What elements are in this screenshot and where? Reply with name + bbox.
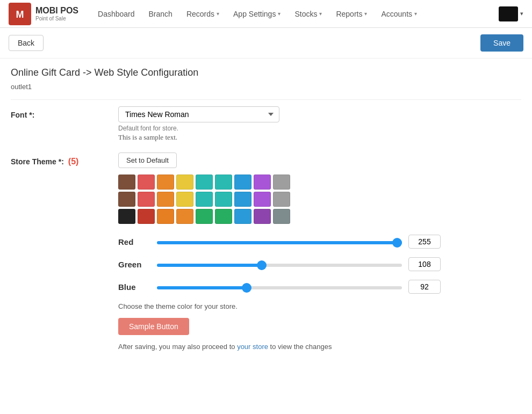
svg-text:M: M (16, 9, 24, 20)
color-swatch-24[interactable] (234, 209, 251, 224)
page-title: Online Gift Card -> Web Style Configurat… (11, 67, 521, 78)
blue-slider[interactable] (157, 286, 402, 289)
blue-value[interactable] (408, 280, 441, 294)
theme-count: (5) (68, 157, 79, 166)
nav-item-dashboard[interactable]: Dashboard (91, 5, 141, 23)
after-save-text: After saving, you may also proceed to yo… (118, 343, 441, 351)
color-swatch-1[interactable] (138, 175, 155, 190)
sample-button[interactable]: Sample Button (118, 318, 189, 335)
blue-slider-section: Blue (118, 280, 441, 294)
color-swatch-25[interactable] (254, 209, 271, 224)
color-swatch-15[interactable] (234, 192, 251, 207)
color-swatch-14[interactable] (215, 192, 232, 207)
save-button[interactable]: Save (480, 34, 523, 52)
color-swatch-26[interactable] (273, 209, 290, 224)
green-slider[interactable] (157, 264, 402, 267)
color-swatch-16[interactable] (254, 192, 271, 207)
color-swatch-9[interactable] (118, 192, 135, 207)
brand: M MOBI POS Point of Sale (9, 3, 78, 25)
color-swatch-2[interactable] (157, 175, 174, 190)
color-swatch-8[interactable] (273, 175, 290, 190)
green-slider-section: Green (118, 257, 441, 271)
nav-item-app-settings[interactable]: App Settings ▾ (227, 5, 287, 23)
nav-item-reports[interactable]: Reports ▾ (329, 5, 373, 23)
nav-item-stocks[interactable]: Stocks ▾ (288, 5, 328, 23)
color-swatch-10[interactable] (138, 192, 155, 207)
user-dropdown-caret[interactable]: ▾ (520, 10, 523, 17)
font-row: Font *: Times New Roman Arial Helvetica … (11, 106, 521, 142)
color-swatch-23[interactable] (215, 209, 232, 224)
color-swatch-grid (118, 175, 441, 224)
outlet-name: outlet1 (11, 83, 521, 91)
color-swatch-13[interactable] (196, 192, 213, 207)
color-swatch-20[interactable] (157, 209, 174, 224)
red-value[interactable] (408, 235, 441, 249)
nav-item-records[interactable]: Records ▾ (180, 5, 226, 23)
color-swatch-7[interactable] (254, 175, 271, 190)
brand-name: MOBI POS (35, 5, 78, 16)
color-swatch-19[interactable] (138, 209, 155, 224)
your-store-link[interactable]: your store (237, 343, 268, 351)
color-swatch-3[interactable] (176, 175, 193, 190)
set-to-default-button[interactable]: Set to Default (118, 152, 177, 168)
color-swatch-0[interactable] (118, 175, 135, 190)
font-control-wrap: Times New Roman Arial Helvetica Georgia … (118, 106, 441, 142)
brand-subtitle: Point of Sale (35, 16, 78, 22)
font-label: Font *: (11, 106, 118, 119)
color-swatch-6[interactable] (234, 175, 251, 190)
red-label: Red (118, 237, 150, 246)
color-swatch-4[interactable] (196, 175, 213, 190)
theme-row: Store Theme *: (5) Set to Default Red (11, 152, 521, 351)
color-swatch-21[interactable] (176, 209, 193, 224)
divider (11, 99, 521, 100)
navbar: M MOBI POS Point of Sale Dashboard Branc… (0, 0, 532, 28)
main-nav: Dashboard Branch Records ▾ App Settings … (91, 5, 499, 23)
blue-label: Blue (118, 282, 150, 292)
nav-item-accounts[interactable]: Accounts ▾ (375, 5, 423, 23)
color-swatch-11[interactable] (157, 192, 174, 207)
font-hint: Default font for store. (118, 125, 441, 132)
choose-hint: Choose the theme color for your store. (118, 302, 441, 310)
green-value[interactable] (408, 257, 441, 271)
color-swatch-12[interactable] (176, 192, 193, 207)
back-button[interactable]: Back (9, 35, 44, 51)
brand-logo: M (9, 3, 31, 25)
font-select[interactable]: Times New Roman Arial Helvetica Georgia … (118, 106, 279, 122)
user-color-box (499, 6, 518, 21)
brand-text: MOBI POS Point of Sale (35, 5, 78, 22)
user-menu[interactable]: ▾ (499, 6, 523, 21)
red-slider-section: Red (118, 235, 441, 249)
nav-item-branch[interactable]: Branch (142, 5, 179, 23)
green-label: Green (118, 260, 150, 269)
color-swatch-18[interactable] (118, 209, 135, 224)
page-content: Online Gift Card -> Web Style Configurat… (0, 59, 532, 370)
theme-control-wrap: Set to Default Red Green (118, 152, 441, 351)
red-slider[interactable] (157, 241, 402, 244)
toolbar: Back Save (0, 28, 532, 59)
color-swatch-17[interactable] (273, 192, 290, 207)
font-sample: This is a sample text. (118, 133, 441, 142)
theme-label: Store Theme *: (5) (11, 152, 118, 166)
color-swatch-22[interactable] (196, 209, 213, 224)
color-swatch-5[interactable] (215, 175, 232, 190)
